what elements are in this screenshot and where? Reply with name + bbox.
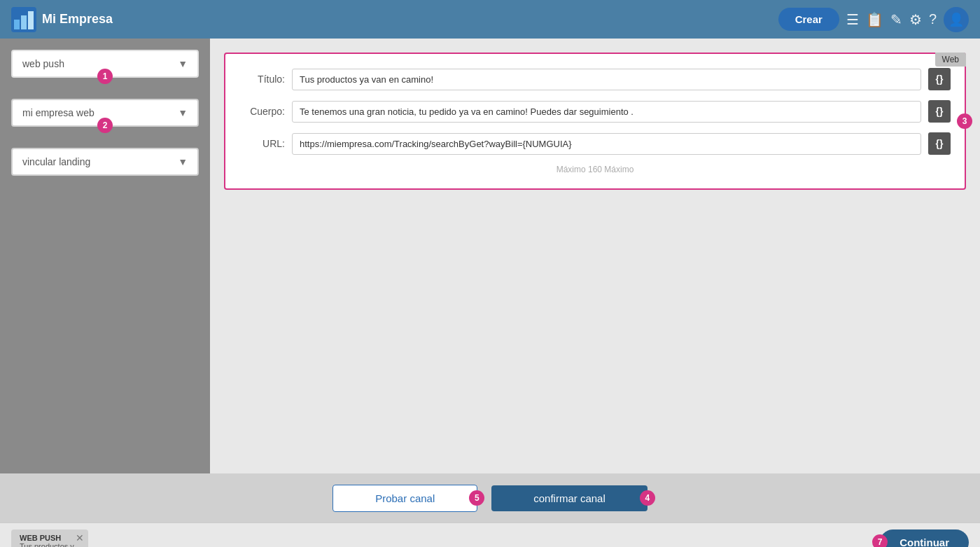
- logo-text: Mi Empresa: [42, 12, 113, 27]
- bottom-bar: WEB PUSH Tus productos y... ✕ 7 Continua…: [0, 522, 980, 547]
- empresa-web-select-label: mi empresa web: [22, 107, 94, 118]
- clipboard-icon[interactable]: 📋: [866, 11, 883, 28]
- url-label: URL:: [239, 138, 285, 149]
- chevron-down-icon-2: ▼: [178, 107, 188, 118]
- web-push-select-label: web push: [22, 58, 64, 69]
- cuerpo-row: Cuerpo: {}: [239, 100, 951, 123]
- sidebar: web push ▼ 1 mi empresa web ▼ 2 vincular…: [0, 39, 210, 473]
- confirmar-canal-button[interactable]: confirmar canal 4: [491, 485, 648, 511]
- url-code-button[interactable]: {}: [928, 132, 951, 155]
- notification-chip-inner: WEB PUSH Tus productos y...: [20, 534, 80, 547]
- crear-button[interactable]: Crear: [778, 8, 839, 31]
- badge-7: 7: [872, 534, 888, 547]
- badge-5: 5: [469, 490, 484, 506]
- chevron-down-icon-1: ▼: [178, 58, 188, 69]
- titulo-code-button[interactable]: {}: [928, 68, 951, 90]
- help-icon[interactable]: ?: [929, 11, 937, 27]
- svg-rect-2: [21, 15, 27, 29]
- titulo-label: Título:: [239, 74, 285, 85]
- chart-icon[interactable]: ✎: [890, 11, 902, 28]
- titulo-row: Título: {}: [239, 68, 951, 90]
- chevron-down-icon-3: ▼: [178, 156, 188, 167]
- badge-4: 4: [640, 490, 655, 506]
- content-area: Web Título: {} Cuerpo: {} URL: {} Máximo…: [210, 39, 980, 473]
- sidebar-select-wrapper-1: web push ▼ 1: [11, 50, 199, 78]
- chip-body: Tus productos y...: [20, 542, 80, 547]
- badge-2: 2: [97, 118, 113, 133]
- main-layout: web push ▼ 1 mi empresa web ▼ 2 vincular…: [0, 39, 980, 473]
- notification-chip: WEB PUSH Tus productos y... ✕: [11, 529, 88, 547]
- chip-title: WEB PUSH: [20, 534, 80, 542]
- vincular-landing-select[interactable]: vincular landing ▼: [11, 148, 199, 176]
- chip-close-icon[interactable]: ✕: [76, 532, 84, 543]
- max-text: Máximo 160 Máximo: [239, 165, 951, 174]
- continuar-button[interactable]: 7 Continuar: [880, 529, 969, 548]
- empresa-web-select[interactable]: mi empresa web ▼ 2: [11, 99, 199, 127]
- cuerpo-code-button[interactable]: {}: [928, 100, 951, 123]
- badge-1: 1: [97, 69, 113, 84]
- action-bar: Probar canal 5 confirmar canal 4: [0, 473, 980, 522]
- sidebar-select-wrapper-2: mi empresa web ▼ 2: [11, 99, 199, 127]
- header: Mi Empresa Crear ☰ 📋 ✎ ⚙ ? 👤: [0, 0, 980, 39]
- list-icon[interactable]: ☰: [846, 11, 859, 28]
- logo-icon: [11, 7, 36, 32]
- url-input[interactable]: [292, 133, 921, 155]
- svg-rect-3: [28, 11, 34, 29]
- url-row: URL: {}: [239, 132, 951, 155]
- svg-rect-1: [14, 20, 20, 29]
- cuerpo-label: Cuerpo:: [239, 106, 285, 117]
- web-badge: Web: [935, 53, 966, 67]
- avatar[interactable]: 👤: [944, 7, 969, 32]
- vincular-landing-label: vincular landing: [22, 156, 90, 167]
- web-push-card: Web Título: {} Cuerpo: {} URL: {} Máximo…: [224, 53, 966, 190]
- titulo-input[interactable]: [292, 69, 921, 90]
- web-push-select[interactable]: web push ▼ 1: [11, 50, 199, 78]
- cuerpo-input[interactable]: [292, 101, 921, 123]
- header-right: Crear ☰ 📋 ✎ ⚙ ? 👤: [778, 7, 969, 32]
- logo: Mi Empresa: [11, 7, 113, 32]
- settings-icon[interactable]: ⚙: [909, 11, 922, 28]
- probar-canal-button[interactable]: Probar canal 5: [332, 485, 477, 512]
- badge-3: 3: [957, 113, 972, 129]
